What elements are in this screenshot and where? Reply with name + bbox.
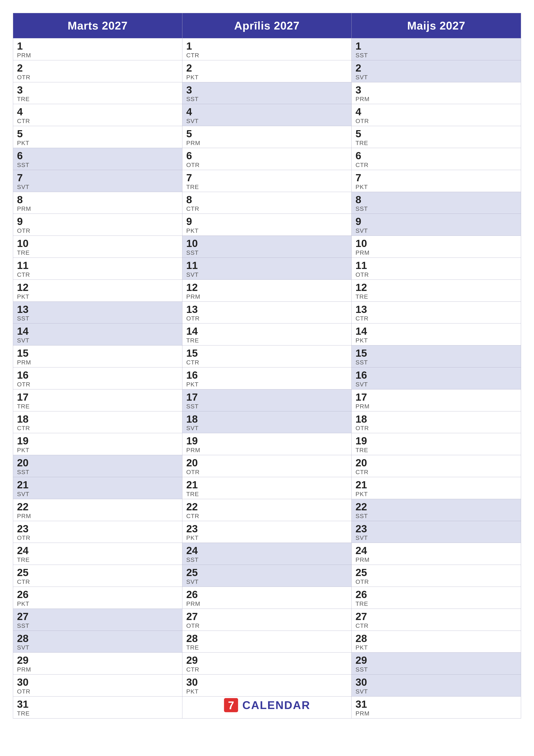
day-num-2-19: 20 (355, 457, 517, 469)
day-num-0-29: 30 (17, 677, 178, 688)
day-row-1-25: 26PRM (182, 587, 351, 608)
day-row-2-24: 25OTR (352, 565, 521, 587)
day-row-2-15: 16SVT (352, 367, 521, 389)
day-name-2-21: SST (355, 513, 517, 520)
day-name-0-21: PRM (17, 513, 178, 520)
day-num-2-26: 27 (355, 611, 517, 622)
day-row-0-7: 8PRM (13, 192, 182, 214)
day-row-1-19: 20OTR (182, 455, 351, 477)
day-row-1-23: 24SST (182, 543, 351, 565)
day-name-0-30: TRE (17, 710, 178, 717)
day-row-1-8: 9PKT (182, 214, 351, 235)
day-num-1-19: 20 (186, 457, 347, 469)
day-name-0-12: SST (17, 315, 178, 322)
day-row-1-16: 17SST (182, 389, 351, 411)
day-row-2-0: 1SST (352, 38, 521, 60)
month-header-1: Aprīlis 2027 (182, 13, 351, 38)
day-row-1-7: 8CTR (182, 192, 351, 214)
day-row-0-6: 7SVT (13, 170, 182, 192)
day-name-1-9: SST (186, 249, 347, 256)
day-name-0-6: SVT (17, 184, 178, 191)
day-row-1-5: 6OTR (182, 148, 351, 170)
day-num-0-13: 14 (17, 326, 178, 337)
day-num-2-1: 2 (355, 63, 517, 74)
day-name-0-10: CTR (17, 271, 178, 278)
month-col-0: Marts 20271PRM2OTR3TRE4CTR5PKT6SST7SVT8P… (13, 13, 182, 718)
day-name-2-10: OTR (355, 271, 517, 278)
day-num-2-11: 12 (355, 282, 517, 293)
day-name-1-14: CTR (186, 359, 347, 366)
day-num-1-0: 1 (186, 40, 347, 52)
day-num-1-6: 7 (186, 172, 347, 184)
day-num-1-23: 24 (186, 545, 347, 556)
day-row-2-28: 29SST (352, 652, 521, 674)
day-name-1-19: OTR (186, 469, 347, 475)
day-row-1-3: 4SVT (182, 104, 351, 126)
day-name-2-25: TRE (355, 600, 517, 607)
day-row-2-12: 13CTR (352, 302, 521, 323)
day-name-2-26: CTR (355, 622, 517, 629)
day-row-1-12: 13OTR (182, 302, 351, 323)
day-name-1-21: CTR (186, 513, 347, 520)
day-row-0-11: 12PKT (13, 280, 182, 302)
day-name-0-28: PRM (17, 666, 178, 673)
day-row-0-26: 27SST (13, 608, 182, 631)
day-num-1-13: 14 (186, 326, 347, 337)
day-row-0-24: 25CTR (13, 565, 182, 587)
day-name-1-13: TRE (186, 337, 347, 344)
day-row-2-25: 26TRE (352, 587, 521, 608)
day-name-1-6: TRE (186, 184, 347, 191)
day-row-2-22: 23SVT (352, 521, 521, 543)
day-num-2-4: 5 (355, 128, 517, 140)
day-num-2-29: 30 (355, 677, 517, 688)
day-num-0-10: 11 (17, 260, 178, 271)
day-row-2-20: 21PKT (352, 477, 521, 499)
month-col-1: Aprīlis 20271CTR2PKT3SST4SVT5PRM6OTR7TRE… (182, 13, 352, 718)
svg-text:7: 7 (228, 699, 234, 712)
day-row-0-0: 1PRM (13, 38, 182, 60)
day-num-2-12: 13 (355, 304, 517, 315)
day-num-2-28: 29 (355, 655, 517, 666)
day-row-0-16: 17TRE (13, 389, 182, 411)
day-row-2-13: 14PKT (352, 323, 521, 345)
day-num-1-5: 6 (186, 150, 347, 162)
month-header-2: Maijs 2027 (352, 13, 521, 38)
day-row-0-8: 9OTR (13, 214, 182, 235)
day-num-2-9: 10 (355, 238, 517, 249)
day-num-1-20: 21 (186, 479, 347, 491)
day-name-0-20: SVT (17, 491, 178, 498)
day-name-2-22: SVT (355, 534, 517, 541)
day-num-2-25: 26 (355, 589, 517, 600)
day-row-0-17: 18CTR (13, 411, 182, 433)
day-row-2-9: 10PRM (352, 235, 521, 257)
day-name-0-1: OTR (17, 74, 178, 81)
day-num-2-23: 24 (355, 545, 517, 556)
day-num-0-11: 12 (17, 282, 178, 293)
day-num-1-10: 11 (186, 260, 347, 271)
day-name-1-1: PKT (186, 74, 347, 81)
day-row-1-2: 3SST (182, 82, 351, 104)
day-row-0-19: 20SST (13, 455, 182, 477)
day-row-2-11: 12TRE (352, 280, 521, 302)
day-num-0-24: 25 (17, 567, 178, 579)
day-num-0-9: 10 (17, 238, 178, 249)
day-num-1-3: 4 (186, 106, 347, 118)
day-row-2-26: 27CTR (352, 608, 521, 631)
day-num-0-30: 31 (17, 699, 178, 710)
day-name-2-24: OTR (355, 579, 517, 585)
day-num-1-25: 26 (186, 589, 347, 600)
day-name-2-19: CTR (355, 469, 517, 475)
day-num-1-21: 22 (186, 501, 347, 513)
day-num-1-14: 15 (186, 348, 347, 359)
day-num-1-22: 23 (186, 523, 347, 535)
day-num-2-10: 11 (355, 260, 517, 271)
day-num-2-8: 9 (355, 216, 517, 228)
day-row-0-25: 26PKT (13, 587, 182, 608)
day-name-0-18: PKT (17, 447, 178, 454)
day-name-2-9: PRM (355, 249, 517, 256)
day-num-2-16: 17 (355, 392, 517, 403)
day-row-2-1: 2SVT (352, 60, 521, 82)
day-num-2-30: 31 (355, 699, 517, 710)
day-row-0-29: 30OTR (13, 674, 182, 696)
day-num-2-5: 6 (355, 150, 517, 162)
